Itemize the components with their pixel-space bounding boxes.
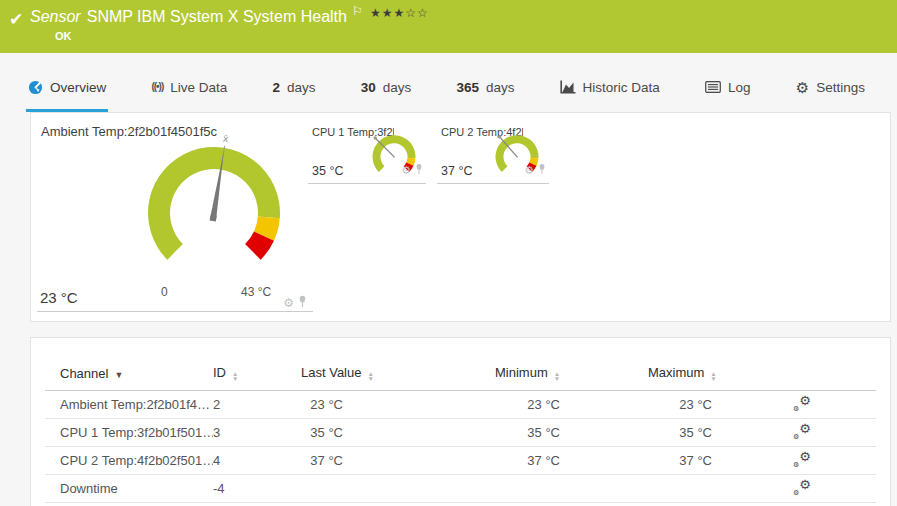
status-check-icon: ✔ <box>9 9 23 30</box>
tab-number: 365 <box>456 80 479 95</box>
edit-channel-gears-icon[interactable]: ⚙⚙ <box>793 479 811 495</box>
tab-overview[interactable]: Overview <box>26 53 108 112</box>
channel-name: CPU 1 Temp:3f2b01f501… <box>45 425 213 440</box>
tab-30-days[interactable]: 30 days <box>359 53 414 112</box>
log-icon <box>705 81 721 93</box>
table-row: CPU 2 Temp:4f2b02f501… 4 37 °C 37 °C 37 … <box>45 447 876 475</box>
tab-number: 30 <box>361 80 376 95</box>
sensor-status-header: ✔ SensorSNMP IBM System X System Health … <box>0 0 897 53</box>
channel-maximum: 37 °C <box>648 453 793 468</box>
ambient-temp-gauge: x̄ <box>134 127 294 273</box>
table-row: Downtime -4 ⚙⚙ <box>45 475 876 503</box>
sort-desc-icon: ▼ <box>114 370 123 380</box>
tab-label: days <box>383 80 412 95</box>
sort-icon: ▲▼ <box>710 371 716 381</box>
tab-label: days <box>287 80 316 95</box>
channel-name: Downtime <box>45 481 213 496</box>
channel-id: 3 <box>213 425 301 440</box>
gauge-tile-cpu1-temp: CPU 1 Temp:3f2b01f5… 35 °C ⚙ <box>308 122 426 184</box>
tab-number: 2 <box>272 80 280 95</box>
edit-channel-gears-icon[interactable]: ⚙⚙ <box>793 423 811 439</box>
priority-stars[interactable]: ★★★☆☆ <box>370 6 429 20</box>
gauge-scale-max: 43 °C <box>241 285 271 299</box>
tab-settings[interactable]: ⚙ Settings <box>794 53 867 112</box>
gauge-pin-icon[interactable] <box>415 161 423 179</box>
settings-gear-icon: ⚙ <box>796 80 809 95</box>
channel-minimum: 23 °C <box>495 397 648 412</box>
column-header-last-value[interactable]: Last Value▲▼ <box>301 365 495 381</box>
sort-icon: ▲▼ <box>554 371 560 381</box>
tab-label: Settings <box>816 80 865 95</box>
channel-table: Channel▼ ID▲▼ Last Value▲▼ Minimum▲▼ Max… <box>45 338 876 503</box>
channel-maximum: 23 °C <box>648 397 793 412</box>
column-header-channel[interactable]: Channel▼ <box>45 366 213 381</box>
tab-bar: Overview ((•)) Live Data 2 days 30 days … <box>0 53 897 112</box>
gauge-settings-gear-icon[interactable]: ⚙ <box>524 165 534 176</box>
column-header-id[interactable]: ID▲▼ <box>213 365 301 381</box>
tab-historic-data[interactable]: Historic Data <box>558 53 662 112</box>
page-title: SNMP IBM System X System Health <box>87 8 347 25</box>
gauge-tile-cpu2-temp: CPU 2 Temp:4f2b02f5… 37 °C ⚙ <box>437 122 549 184</box>
sort-icon: ▲▼ <box>367 371 373 381</box>
sensor-kind-label: Sensor <box>30 8 81 25</box>
tab-label: Historic Data <box>583 80 660 95</box>
sensor-title-line: SensorSNMP IBM System X System Health <box>30 8 347 26</box>
status-badge: OK <box>55 30 72 42</box>
tab-label: Overview <box>50 80 106 95</box>
channel-name: CPU 2 Temp:4f2b02f501… <box>45 453 213 468</box>
gauge-pin-icon[interactable] <box>538 161 546 179</box>
tab-label: Live Data <box>170 80 227 95</box>
gauge-current-value: 37 °C <box>441 164 472 178</box>
channel-last-value: 23 °C <box>301 397 495 412</box>
channel-minimum: 37 °C <box>495 453 648 468</box>
overview-gauges-panel: Ambient Temp:2f2b01f4501f5c x̄ 0 43 °C 2… <box>30 112 891 322</box>
tab-label: Log <box>728 80 751 95</box>
gauge-pin-icon[interactable] <box>298 294 307 312</box>
sort-icon: ▲▼ <box>232 371 238 381</box>
edit-channel-gears-icon[interactable]: ⚙⚙ <box>793 395 811 411</box>
gauge-needle: x̄ <box>210 132 230 221</box>
tab-log[interactable]: Log <box>703 53 753 112</box>
gauge-tile-ambient-temp: Ambient Temp:2f2b01f4501f5c x̄ 0 43 °C 2… <box>37 118 313 312</box>
column-header-maximum[interactable]: Maximum▲▼ <box>648 365 793 381</box>
gauge-current-value: 23 °C <box>40 289 78 306</box>
average-marker: x̄ <box>222 133 229 145</box>
priority-flag-icon[interactable]: ⚐ <box>352 4 363 18</box>
tab-2-days[interactable]: 2 days <box>270 53 317 112</box>
edit-channel-gears-icon[interactable]: ⚙⚙ <box>793 451 811 467</box>
tab-live-data[interactable]: ((•)) Live Data <box>149 53 229 112</box>
tab-label: days <box>486 80 515 95</box>
column-header-minimum[interactable]: Minimum▲▼ <box>495 365 648 381</box>
channel-minimum: 35 °C <box>495 425 648 440</box>
channel-id: 2 <box>213 397 301 412</box>
gauge-settings-gear-icon[interactable]: ⚙ <box>283 297 294 309</box>
channel-id: -4 <box>213 481 301 496</box>
channel-name: Ambient Temp:2f2b01f4… <box>45 397 213 412</box>
table-row: CPU 1 Temp:3f2b01f501… 3 35 °C 35 °C 35 … <box>45 419 876 447</box>
channel-last-value: 35 °C <box>301 425 495 440</box>
channel-last-value: 37 °C <box>301 453 495 468</box>
gauge-icon <box>28 80 43 95</box>
channel-table-panel: Channel▼ ID▲▼ Last Value▲▼ Minimum▲▼ Max… <box>30 337 891 506</box>
channel-maximum: 35 °C <box>648 425 793 440</box>
gauge-scale-min: 0 <box>161 285 168 299</box>
channel-id: 4 <box>213 453 301 468</box>
table-header-row: Channel▼ ID▲▼ Last Value▲▼ Minimum▲▼ Max… <box>45 338 876 391</box>
table-row: Ambient Temp:2f2b01f4… 2 23 °C 23 °C 23 … <box>45 391 876 419</box>
gauge-settings-gear-icon[interactable]: ⚙ <box>401 165 411 176</box>
historic-chart-icon <box>560 80 576 94</box>
gauge-current-value: 35 °C <box>312 164 343 178</box>
tab-365-days[interactable]: 365 days <box>454 53 516 112</box>
